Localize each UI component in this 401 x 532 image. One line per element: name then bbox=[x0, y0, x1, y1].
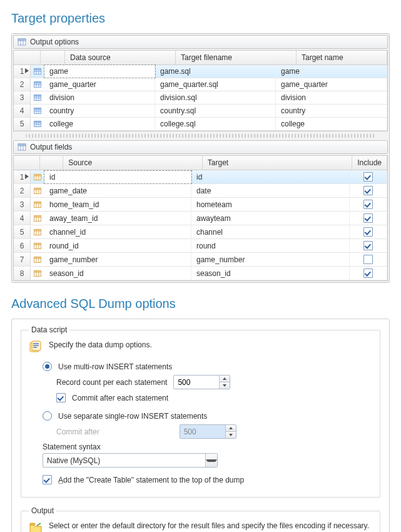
advanced-panel: Data script Specify the data dump option… bbox=[11, 319, 390, 532]
commit-each-check[interactable]: Commit after each statement bbox=[56, 393, 372, 402]
cell-target[interactable]: round bbox=[191, 240, 350, 252]
add-create-check[interactable]: AAdd the "Create Table" statement to the… bbox=[43, 475, 372, 484]
table-row[interactable]: 6round_idround bbox=[14, 239, 387, 253]
table-row[interactable]: 5channel_idchannel bbox=[14, 225, 387, 239]
cell-data-source[interactable]: college bbox=[44, 118, 155, 130]
cell-include[interactable] bbox=[350, 184, 387, 197]
table-icon bbox=[31, 107, 44, 115]
cell-source[interactable]: game_date bbox=[44, 185, 191, 197]
output-fields-grid[interactable]: Source Target Include 1idid2game_datedat… bbox=[13, 155, 388, 281]
checkbox-icon bbox=[363, 213, 373, 223]
radio-multi-row[interactable]: Use multi-row INSERT statements bbox=[43, 362, 372, 371]
cell-include[interactable] bbox=[350, 239, 387, 252]
cell-include[interactable] bbox=[350, 267, 387, 280]
checkbox-icon bbox=[56, 393, 66, 402]
data-script-legend: Data script bbox=[29, 325, 69, 334]
table-row[interactable]: 4countrycountry.sqlcountry bbox=[14, 105, 387, 118]
cell-target[interactable]: awayteam bbox=[191, 212, 350, 225]
table-row[interactable]: 7game_numbergame_number bbox=[14, 253, 387, 267]
col-target: Target bbox=[203, 156, 353, 170]
table-row[interactable]: 3divisiondivision.sqldivision bbox=[14, 91, 387, 105]
svg-rect-58 bbox=[34, 257, 41, 258]
spin-up bbox=[226, 425, 236, 432]
radio-icon bbox=[43, 411, 52, 421]
cell-source[interactable]: home_team_id bbox=[44, 198, 191, 211]
cell-data-source[interactable]: country bbox=[44, 105, 155, 117]
cell-source[interactable]: channel_id bbox=[44, 226, 191, 238]
stmt-syntax-select[interactable]: Native (MySQL) bbox=[43, 453, 218, 468]
cell-target[interactable]: channel bbox=[191, 226, 350, 238]
row-number[interactable]: 5 bbox=[14, 226, 31, 238]
commit-each-label: Commit after each statement bbox=[72, 394, 168, 402]
table-icon bbox=[31, 68, 44, 75]
checkbox-icon bbox=[43, 475, 52, 484]
table-icon bbox=[31, 94, 44, 101]
cell-data-source[interactable]: game_quarter bbox=[44, 78, 155, 91]
cell-source[interactable]: game_number bbox=[44, 253, 191, 266]
cell-include[interactable] bbox=[350, 170, 387, 183]
record-count-input[interactable] bbox=[174, 376, 219, 389]
row-number[interactable]: 1 bbox=[14, 65, 31, 78]
cell-target-name[interactable]: game_quarter bbox=[276, 78, 387, 91]
row-number[interactable]: 2 bbox=[14, 78, 31, 91]
cell-target-name[interactable]: college bbox=[276, 118, 387, 130]
cell-target[interactable]: game_number bbox=[191, 253, 350, 266]
cell-target-filename[interactable]: country.sql bbox=[155, 105, 276, 117]
cell-target[interactable]: date bbox=[191, 185, 350, 197]
output-fields-header[interactable]: Output fields bbox=[13, 140, 388, 154]
table-row[interactable]: 3home_team_idhometeam bbox=[14, 198, 387, 212]
row-number[interactable]: 2 bbox=[14, 185, 31, 197]
table-row[interactable]: 4away_team_idawayteam bbox=[14, 212, 387, 225]
table-row[interactable]: 1idid bbox=[14, 170, 387, 184]
spin-down[interactable] bbox=[220, 382, 230, 389]
output-options-grid[interactable]: Data source Target filename Target name … bbox=[13, 50, 388, 131]
cell-target[interactable]: id bbox=[191, 171, 350, 183]
cell-target-filename[interactable]: college.sql bbox=[155, 118, 276, 130]
cell-target[interactable]: hometeam bbox=[191, 198, 350, 211]
cell-source[interactable]: season_id bbox=[44, 267, 191, 280]
cell-data-source[interactable]: game bbox=[44, 65, 155, 78]
row-number[interactable]: 4 bbox=[14, 212, 31, 225]
row-number[interactable]: 1 bbox=[14, 171, 31, 183]
column-icon bbox=[31, 242, 44, 250]
cell-target-name[interactable]: country bbox=[276, 105, 387, 117]
cell-include[interactable] bbox=[350, 253, 387, 266]
cell-target-name[interactable]: game bbox=[276, 65, 387, 78]
cell-source[interactable]: round_id bbox=[44, 240, 191, 252]
table-row[interactable]: 1gamegame.sqlgame bbox=[14, 65, 387, 78]
record-count-spin[interactable] bbox=[173, 375, 230, 389]
table-row[interactable]: 2game_quartergame_quarter.sqlgame_quarte… bbox=[14, 78, 387, 91]
cell-data-source[interactable]: division bbox=[44, 91, 155, 104]
cell-target-name[interactable]: division bbox=[276, 91, 387, 104]
cell-target-filename[interactable]: division.sql bbox=[155, 91, 276, 104]
commit-after-label: Commit after bbox=[56, 427, 99, 436]
table-row[interactable]: 5collegecollege.sqlcollege bbox=[14, 118, 387, 131]
row-number[interactable]: 5 bbox=[14, 118, 31, 130]
cell-source[interactable]: away_team_id bbox=[44, 212, 191, 225]
row-number[interactable]: 6 bbox=[14, 240, 31, 252]
panel-splitter[interactable] bbox=[26, 134, 375, 138]
column-icon bbox=[31, 215, 44, 222]
output-options-header[interactable]: Output options bbox=[13, 35, 388, 49]
cell-include[interactable] bbox=[350, 212, 387, 225]
cell-include[interactable] bbox=[350, 225, 387, 238]
svg-rect-50 bbox=[34, 229, 41, 231]
add-create-label: AAdd the "Create Table" statement to the… bbox=[58, 476, 244, 484]
row-number[interactable]: 3 bbox=[14, 198, 31, 211]
row-number[interactable]: 7 bbox=[14, 253, 31, 266]
row-number[interactable]: 8 bbox=[14, 267, 31, 280]
cell-target-filename[interactable]: game_quarter.sql bbox=[155, 78, 276, 91]
cell-source[interactable]: id bbox=[44, 171, 191, 183]
table-row[interactable]: 8season_idseason_id bbox=[14, 267, 387, 280]
row-number[interactable]: 4 bbox=[14, 105, 31, 117]
row-number[interactable]: 3 bbox=[14, 91, 31, 104]
col-include: Include bbox=[352, 156, 387, 170]
table-row[interactable]: 2game_datedate bbox=[14, 184, 387, 198]
cell-target[interactable]: season_id bbox=[191, 267, 350, 280]
svg-rect-34 bbox=[34, 174, 41, 176]
cell-include[interactable] bbox=[350, 198, 387, 211]
spin-up[interactable] bbox=[220, 376, 230, 382]
commit-after-input bbox=[180, 425, 225, 438]
radio-single-row[interactable]: Use separate single-row INSERT statement… bbox=[43, 411, 372, 421]
cell-target-filename[interactable]: game.sql bbox=[155, 65, 276, 78]
